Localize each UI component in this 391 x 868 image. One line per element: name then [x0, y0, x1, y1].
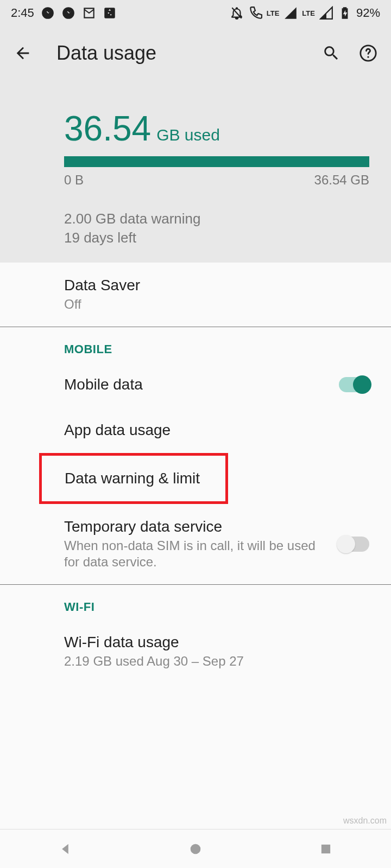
help-button[interactable]: [356, 41, 380, 65]
section-mobile: MOBILE: [0, 327, 391, 362]
signal-icon: [283, 6, 298, 20]
data-saver-title: Data Saver: [64, 277, 369, 294]
app-data-usage-label: App data usage: [64, 422, 369, 439]
battery-icon: [338, 6, 352, 20]
nav-home-button[interactable]: [185, 838, 206, 860]
nav-back-icon: [58, 841, 73, 857]
highlight-box: Data warning & limit: [39, 453, 228, 504]
navigation-bar: [0, 829, 391, 868]
search-icon: [322, 44, 340, 62]
messenger-icon: [61, 6, 75, 20]
mobile-data-item[interactable]: Mobile data: [0, 362, 391, 407]
lte-label: LTE: [267, 9, 280, 17]
help-icon: [359, 44, 377, 62]
status-time: 2:45: [11, 6, 34, 20]
usage-bar-min: 0 B: [64, 173, 84, 188]
section-wifi: WI-FI: [0, 585, 391, 620]
search-button[interactable]: [319, 41, 343, 65]
temporary-data-sub: When non-data SIM is in call, it will be…: [64, 538, 328, 570]
days-left-line: 19 days left: [64, 228, 369, 247]
svg-rect-6: [321, 844, 330, 853]
settings-list: Data Saver Off MOBILE Mobile data App da…: [0, 263, 391, 684]
watermark: wsxdn.com: [343, 816, 387, 826]
data-saver-item[interactable]: Data Saver Off: [0, 263, 391, 327]
header-area: Data usage 36.54 GB used 0 B 36.54 GB 2.…: [0, 26, 391, 263]
app-bar: Data usage: [0, 26, 391, 65]
temporary-data-toggle[interactable]: [339, 537, 369, 552]
messenger-icon: [41, 6, 55, 20]
usage-bar-max: 36.54 GB: [314, 173, 369, 188]
back-arrow-icon: [14, 44, 32, 62]
wifi-usage-title: Wi-Fi data usage: [64, 634, 369, 651]
signal-icon-2: [319, 6, 333, 20]
data-saver-status: Off: [64, 296, 369, 312]
volte-icon: [248, 6, 262, 20]
data-warning-limit-label: Data warning & limit: [65, 470, 204, 487]
dnd-icon: [230, 6, 244, 20]
gmail-icon: [82, 6, 96, 20]
temporary-data-service-item[interactable]: Temporary data service When non-data SIM…: [0, 504, 391, 584]
back-button[interactable]: [11, 41, 35, 65]
usage-bar: [64, 156, 369, 167]
status-bar: 2:45 LTE LTE 92%: [0, 0, 391, 26]
mobile-data-label: Mobile data: [64, 376, 328, 393]
wifi-usage-sub: 2.19 GB used Aug 30 – Sep 27: [64, 653, 369, 669]
nav-home-icon: [188, 841, 203, 857]
status-bar-left: 2:45: [11, 6, 117, 20]
usb-icon: [103, 6, 117, 20]
nav-recent-icon: [318, 841, 333, 857]
svg-point-5: [191, 844, 201, 854]
nav-recent-button[interactable]: [315, 838, 337, 860]
usage-amount: 36.54: [64, 108, 151, 149]
nav-back-button[interactable]: [54, 838, 76, 860]
data-warning-limit-item[interactable]: Data warning & limit: [42, 456, 225, 501]
page-title: Data usage: [56, 42, 306, 65]
status-bar-right: LTE LTE 92%: [230, 6, 380, 20]
mobile-data-toggle[interactable]: [339, 377, 369, 392]
svg-point-4: [367, 56, 369, 58]
usage-summary: 36.54 GB used 0 B 36.54 GB 2.00 GB data …: [0, 65, 391, 247]
wifi-data-usage-item[interactable]: Wi-Fi data usage 2.19 GB used Aug 30 – S…: [0, 620, 391, 684]
app-data-usage-item[interactable]: App data usage: [0, 407, 391, 453]
battery-percent: 92%: [356, 6, 380, 20]
temporary-data-title: Temporary data service: [64, 518, 328, 535]
data-warning-line: 2.00 GB data warning: [64, 209, 369, 228]
lte-label-2: LTE: [302, 9, 315, 17]
usage-unit: GB used: [156, 126, 220, 144]
